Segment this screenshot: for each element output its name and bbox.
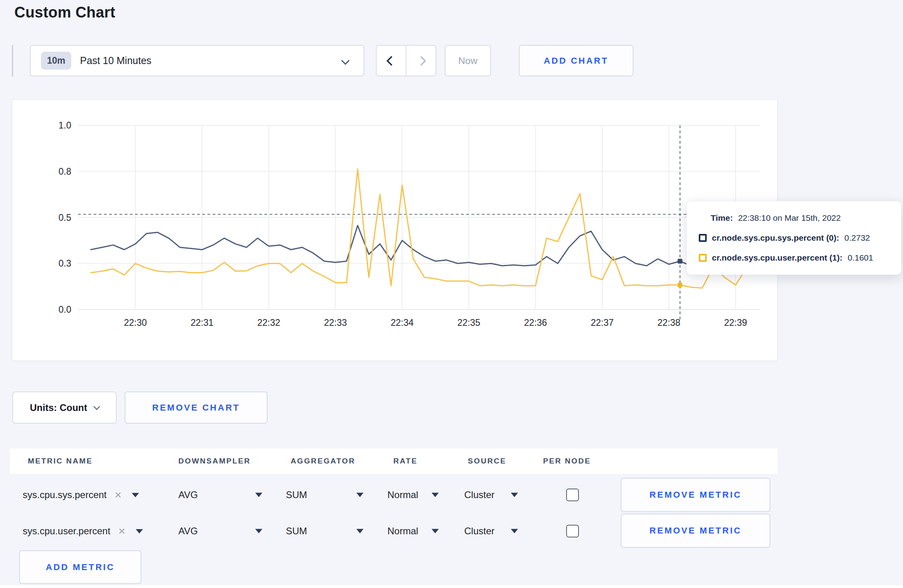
units-label: Units: Count — [30, 402, 87, 413]
per-node-checkbox[interactable] — [566, 525, 579, 537]
hover-marker — [678, 282, 682, 287]
tooltip-series-user-label: cr.node.sys.cpu.user.percent (1): — [712, 253, 842, 263]
remove-metric-button[interactable]: REMOVE METRIC — [621, 478, 770, 512]
downsampler-select[interactable]: AVG — [178, 489, 198, 500]
series-line — [91, 169, 747, 288]
x-axis-tick-label: 22:32 — [257, 317, 280, 328]
caret-down-icon[interactable] — [511, 529, 518, 533]
per-node-checkbox[interactable] — [566, 489, 579, 501]
metric-row: sys.cpu.user.percent × AVG SUM Normal Cl… — [10, 511, 778, 551]
column-header-downsampler: DOWNSAMPLER — [178, 457, 251, 465]
caret-down-icon — [136, 529, 143, 533]
y-axis-tick-label: 0.3 — [59, 258, 71, 269]
column-header-per-node: PER NODE — [543, 457, 591, 465]
remove-chart-button[interactable]: REMOVE CHART — [125, 391, 268, 424]
aggregator-select[interactable]: SUM — [286, 526, 307, 537]
metric-name-select[interactable]: sys.cpu.user.percent × — [23, 525, 143, 537]
now-button[interactable]: Now — [445, 45, 491, 76]
time-forward-button[interactable] — [407, 46, 436, 76]
metric-name-label: sys.cpu.user.percent — [23, 526, 110, 537]
y-axis-tick-label: 1.0 — [59, 120, 71, 130]
add-chart-button[interactable]: ADD CHART — [519, 45, 633, 76]
source-select[interactable]: Cluster — [464, 526, 494, 537]
series-line — [91, 226, 747, 266]
bottom-strip — [0, 585, 903, 588]
tooltip-series-user-value: 0.1601 — [848, 253, 873, 263]
chevron-down-icon — [341, 56, 350, 65]
metrics-table-header: METRIC NAME DOWNSAMPLER AGGREGATOR RATE … — [10, 448, 778, 474]
series-sys-swatch-icon — [699, 234, 707, 242]
chart-tooltip: Time: 22:38:10 on Mar 15th, 2022 cr.node… — [686, 201, 901, 275]
y-axis-tick-label: 0.8 — [59, 166, 71, 177]
metric-name-select[interactable]: sys.cpu.sys.percent × — [23, 489, 139, 501]
time-range-select[interactable]: 10m Past 10 Minutes — [30, 45, 364, 76]
x-axis-tick-label: 22:35 — [457, 317, 481, 328]
metric-row: sys.cpu.sys.percent × AVG SUM Normal Clu… — [10, 475, 778, 515]
column-header-rate: RATE — [393, 457, 418, 465]
column-header-metric-name: METRIC NAME — [28, 457, 93, 465]
chevron-down-icon — [93, 403, 100, 410]
chevron-right-icon — [416, 56, 426, 66]
time-back-button[interactable] — [377, 46, 407, 76]
caret-down-icon[interactable] — [356, 493, 364, 497]
tooltip-time-label: Time: — [711, 213, 733, 223]
time-nav-group — [376, 45, 436, 76]
x-axis-tick-label: 22:34 — [391, 317, 414, 328]
time-range-label: Past 10 Minutes — [80, 55, 151, 66]
remove-metric-x-icon[interactable]: × — [115, 489, 122, 501]
remove-metric-x-icon[interactable]: × — [118, 525, 125, 537]
caret-down-icon[interactable] — [255, 529, 262, 533]
x-axis-tick-label: 22:38 — [657, 317, 680, 328]
chart-plot[interactable]: 0.00.30.50.81.022:3022:3122:3222:3322:34… — [12, 100, 778, 361]
page-title: Custom Chart — [14, 4, 115, 21]
y-axis-tick-label: 0.5 — [59, 212, 71, 223]
x-axis-tick-label: 22:30 — [124, 317, 147, 328]
column-header-source: SOURCE — [468, 457, 506, 465]
series-user-swatch-icon — [699, 254, 707, 262]
caret-down-icon[interactable] — [432, 493, 439, 497]
time-range-badge: 10m — [41, 52, 71, 70]
rate-select[interactable]: Normal — [387, 489, 418, 500]
chart-card: 0.00.30.50.81.022:3022:3122:3222:3322:34… — [12, 99, 778, 361]
source-select[interactable]: Cluster — [464, 489, 494, 500]
x-axis-tick-label: 22:37 — [591, 317, 614, 328]
caret-down-icon[interactable] — [255, 493, 262, 497]
metric-name-label: sys.cpu.sys.percent — [23, 489, 107, 500]
hover-marker — [678, 259, 682, 263]
add-metric-button[interactable]: ADD METRIC — [19, 550, 141, 584]
caret-down-icon[interactable] — [432, 529, 439, 533]
caret-down-icon[interactable] — [356, 529, 364, 533]
tooltip-series-sys-value: 0.2732 — [844, 233, 870, 243]
column-header-aggregator: AGGREGATOR — [291, 457, 356, 465]
aggregator-select[interactable]: SUM — [286, 489, 307, 500]
x-axis-tick-label: 22:39 — [724, 317, 747, 328]
x-axis-tick-label: 22:33 — [324, 317, 347, 328]
caret-down-icon[interactable] — [511, 493, 518, 497]
remove-metric-button[interactable]: REMOVE METRIC — [621, 514, 770, 548]
y-axis-tick-label: 0.0 — [59, 304, 71, 315]
toolbar-divider — [12, 45, 13, 76]
caret-down-icon — [132, 493, 139, 497]
x-axis-tick-label: 22:36 — [524, 317, 547, 328]
rate-select[interactable]: Normal — [387, 526, 418, 537]
x-axis-tick-label: 22:31 — [191, 317, 214, 328]
downsampler-select[interactable]: AVG — [178, 526, 198, 537]
chevron-left-icon — [386, 56, 396, 66]
units-select[interactable]: Units: Count — [12, 391, 117, 424]
tooltip-time-value: 22:38:10 on Mar 15th, 2022 — [738, 213, 841, 223]
tooltip-series-sys-label: cr.node.sys.cpu.sys.percent (0): — [712, 233, 839, 243]
